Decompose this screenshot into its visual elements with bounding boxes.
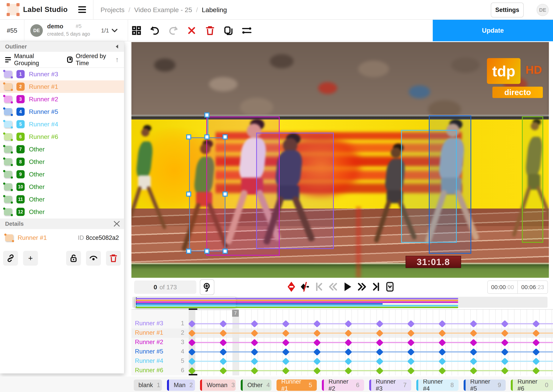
- keyframe-diamond[interactable]: [282, 348, 289, 356]
- keyframe-diamond[interactable]: [313, 320, 321, 328]
- breadcrumb-project[interactable]: Video Example - 25: [134, 6, 192, 14]
- keyframe-diamond[interactable]: [532, 367, 540, 374]
- delete-icon[interactable]: [205, 25, 215, 35]
- label-chip-runner-6[interactable]: Runner #60: [511, 379, 553, 391]
- keyframe-diamond[interactable]: [438, 348, 446, 356]
- settings-button[interactable]: Settings: [491, 3, 524, 17]
- keyframe-diamond[interactable]: [251, 320, 258, 328]
- keyframe-diamond[interactable]: [251, 357, 258, 365]
- label-chip-blank[interactable]: blank1: [134, 379, 162, 391]
- keyframe-diamond[interactable]: [219, 348, 227, 356]
- label-chip-runner-5[interactable]: Runner #59: [464, 379, 506, 391]
- video-region-runner-3[interactable]: [256, 133, 334, 249]
- label-chip-runner-3[interactable]: Runner #37: [369, 379, 411, 391]
- region-item-10[interactable]: 10Other: [0, 181, 124, 193]
- step-forward-button[interactable]: [356, 280, 368, 294]
- keyframe-diamond[interactable]: [501, 348, 508, 356]
- keyframe-diamond[interactable]: [438, 320, 446, 328]
- ordering-selector[interactable]: Ordered by Time: [76, 53, 112, 67]
- keyframe-diamond[interactable]: [407, 357, 415, 365]
- label-chip-runner-1[interactable]: Runner #15: [276, 379, 317, 391]
- delete-region-button[interactable]: [106, 251, 121, 266]
- step-backward-button[interactable]: [327, 280, 339, 294]
- keyframe-diamond[interactable]: [282, 339, 289, 346]
- zoom-to-fit-button[interactable]: [200, 279, 214, 295]
- label-chip-other[interactable]: Other4: [241, 379, 271, 391]
- keyframe-diamond[interactable]: [219, 320, 227, 328]
- regions-grid-icon[interactable]: [131, 25, 142, 35]
- keyframe-diamond[interactable]: [376, 357, 383, 365]
- keyframe-diamond[interactable]: [470, 357, 477, 365]
- keyframe-diamond[interactable]: [345, 320, 352, 328]
- timeline-overview-bar[interactable]: [132, 297, 547, 308]
- keyframe-diamond[interactable]: [532, 320, 540, 328]
- keyframe-diamond[interactable]: [501, 367, 508, 374]
- resize-anchor[interactable]: [186, 134, 191, 140]
- skip-to-end-button[interactable]: [370, 280, 382, 294]
- keyframe-diamond[interactable]: [219, 367, 227, 374]
- timeline-row-label[interactable]: Runner #2: [135, 339, 163, 346]
- keyframe-diamond[interactable]: [313, 357, 321, 365]
- video-region-runner-6[interactable]: [522, 116, 543, 243]
- keyframe-diamond[interactable]: [282, 357, 289, 365]
- settings-sliders-icon[interactable]: [242, 25, 252, 35]
- resize-anchor[interactable]: [222, 191, 228, 196]
- play-button[interactable]: [342, 280, 353, 294]
- remove-keyframe-button[interactable]: [285, 280, 297, 294]
- keyframe-diamond[interactable]: [376, 339, 383, 346]
- video-region-runner-5[interactable]: [429, 115, 471, 254]
- region-item-5[interactable]: 5Runner #4: [0, 118, 124, 131]
- resize-anchor[interactable]: [222, 134, 228, 140]
- region-item-12[interactable]: 12Other: [0, 206, 124, 218]
- keyframe-diamond[interactable]: [313, 367, 321, 374]
- toggle-interpolation-button[interactable]: [299, 280, 311, 294]
- timeline-row-label[interactable]: Runner #1: [135, 329, 163, 336]
- keyframe-diamond[interactable]: [407, 348, 415, 356]
- timeline-row-label[interactable]: Runner #5: [135, 348, 163, 355]
- keyframe-diamond[interactable]: [407, 320, 415, 328]
- undo-icon[interactable]: [150, 25, 160, 35]
- keyframe-diamond[interactable]: [313, 339, 321, 346]
- keyframe-diamond[interactable]: [313, 348, 321, 356]
- keyframe-diamond[interactable]: [345, 357, 352, 365]
- keyframe-diamond[interactable]: [470, 348, 477, 356]
- label-chip-runner-2[interactable]: Runner #26: [322, 379, 364, 391]
- frame-counter[interactable]: 0 of 173: [134, 280, 196, 294]
- keyframe-diamond[interactable]: [501, 357, 508, 365]
- keyframe-diamond[interactable]: [345, 367, 352, 374]
- lock-region-button[interactable]: [66, 251, 81, 266]
- breadcrumb-projects[interactable]: Projects: [101, 6, 124, 14]
- timeline-row-label[interactable]: Runner #3: [135, 320, 163, 327]
- keyframe-diamond[interactable]: [376, 367, 383, 374]
- region-item-11[interactable]: 11Other: [0, 193, 124, 206]
- keyframe-diamond[interactable]: [470, 367, 477, 374]
- keyframe-diamond[interactable]: [407, 339, 415, 346]
- keyframe-diamond[interactable]: [251, 348, 258, 356]
- video-region-runner-1[interactable]: [189, 137, 225, 252]
- keyframe-diamond[interactable]: [501, 320, 508, 328]
- keyframe-diamond[interactable]: [532, 339, 540, 346]
- menu-icon[interactable]: [78, 6, 86, 13]
- keyframe-diamond[interactable]: [470, 339, 477, 346]
- region-item-6[interactable]: 6Runner #6: [0, 131, 124, 143]
- timeline-row-label[interactable]: Runner #6: [135, 367, 163, 374]
- keyframe-diamond[interactable]: [282, 367, 289, 374]
- region-item-3[interactable]: 3Runner #2: [0, 93, 124, 105]
- region-item-1[interactable]: 1Runner #3: [0, 68, 124, 80]
- keyframe-diamond[interactable]: [532, 357, 540, 365]
- duplicate-icon[interactable]: [223, 25, 234, 35]
- timeline-row-label[interactable]: Runner #4: [135, 357, 163, 364]
- region-item-8[interactable]: 8Other: [0, 155, 124, 168]
- keyframe-diamond[interactable]: [407, 367, 415, 374]
- resize-anchor[interactable]: [204, 249, 209, 254]
- add-meta-button[interactable]: +: [23, 251, 38, 266]
- redo-icon[interactable]: [168, 25, 178, 35]
- reject-icon[interactable]: [187, 25, 197, 35]
- relations-link-button[interactable]: [3, 251, 18, 266]
- hide-region-button[interactable]: [86, 251, 101, 266]
- grouping-selector[interactable]: Manual Grouping: [14, 53, 52, 67]
- annotation-pager[interactable]: 1/1: [101, 20, 118, 41]
- frame-options-button[interactable]: [384, 280, 396, 294]
- keyframe-diamond[interactable]: [251, 367, 258, 374]
- keyframe-diamond[interactable]: [438, 367, 446, 374]
